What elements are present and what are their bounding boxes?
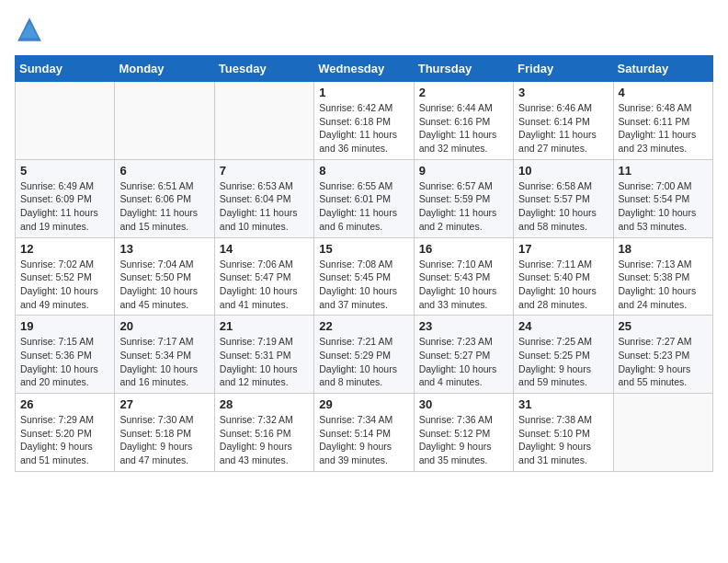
calendar-cell: 10Sunrise: 6:58 AMSunset: 5:57 PMDayligh… [514, 159, 613, 237]
day-info: Sunrise: 6:42 AMSunset: 6:18 PMDaylight:… [319, 101, 408, 155]
day-number: 23 [419, 319, 508, 333]
calendar-cell: 2Sunrise: 6:44 AMSunset: 6:16 PMDaylight… [414, 82, 513, 160]
day-info: Sunrise: 7:21 AMSunset: 5:29 PMDaylight:… [319, 335, 408, 389]
day-number: 31 [518, 397, 608, 411]
weekday-header-thursday: Thursday [414, 56, 513, 82]
day-info: Sunrise: 7:00 AMSunset: 5:54 PMDaylight:… [619, 179, 708, 234]
day-number: 12 [20, 242, 109, 256]
calendar-cell: 26Sunrise: 7:29 AMSunset: 5:20 PMDayligh… [16, 394, 115, 472]
day-info: Sunrise: 7:11 AMSunset: 5:40 PMDaylight:… [518, 258, 608, 312]
calendar-cell: 27Sunrise: 7:30 AMSunset: 5:18 PMDayligh… [115, 394, 214, 472]
day-number: 10 [518, 164, 608, 178]
calendar-cell: 16Sunrise: 7:10 AMSunset: 5:43 PMDayligh… [414, 237, 513, 316]
day-number: 8 [319, 164, 408, 178]
calendar-cell [115, 82, 214, 160]
day-number: 28 [220, 397, 309, 411]
day-info: Sunrise: 6:55 AMSunset: 6:01 PMDaylight:… [319, 179, 408, 234]
day-number: 19 [20, 319, 109, 333]
calendar-cell [613, 394, 712, 472]
calendar-cell: 28Sunrise: 7:32 AMSunset: 5:16 PMDayligh… [214, 394, 313, 472]
weekday-header-saturday: Saturday [613, 56, 712, 82]
day-number: 26 [20, 397, 109, 411]
calendar-cell: 30Sunrise: 7:36 AMSunset: 5:12 PMDayligh… [414, 394, 513, 472]
calendar-cell: 23Sunrise: 7:23 AMSunset: 5:27 PMDayligh… [414, 316, 513, 394]
day-number: 13 [119, 242, 209, 256]
calendar-cell: 15Sunrise: 7:08 AMSunset: 5:45 PMDayligh… [314, 237, 414, 316]
day-number: 14 [220, 242, 309, 256]
calendar-cell: 20Sunrise: 7:17 AMSunset: 5:34 PMDayligh… [115, 316, 214, 394]
calendar-cell: 9Sunrise: 6:57 AMSunset: 5:59 PMDaylight… [414, 159, 513, 237]
calendar-cell: 13Sunrise: 7:04 AMSunset: 5:50 PMDayligh… [115, 237, 214, 316]
weekday-header-tuesday: Tuesday [214, 56, 313, 82]
page-header [15, 15, 713, 44]
calendar-cell: 29Sunrise: 7:34 AMSunset: 5:14 PMDayligh… [314, 394, 414, 472]
day-info: Sunrise: 6:46 AMSunset: 6:14 PMDaylight:… [518, 101, 608, 155]
day-number: 6 [119, 164, 209, 178]
day-number: 22 [319, 319, 408, 333]
weekday-header-wednesday: Wednesday [314, 56, 414, 82]
calendar-week-row: 1Sunrise: 6:42 AMSunset: 6:18 PMDaylight… [16, 82, 713, 160]
day-info: Sunrise: 7:23 AMSunset: 5:27 PMDaylight:… [419, 335, 508, 389]
day-info: Sunrise: 7:06 AMSunset: 5:47 PMDaylight:… [220, 258, 309, 312]
calendar-cell: 31Sunrise: 7:38 AMSunset: 5:10 PMDayligh… [514, 394, 613, 472]
calendar-cell: 7Sunrise: 6:53 AMSunset: 6:04 PMDaylight… [214, 159, 313, 237]
day-info: Sunrise: 6:53 AMSunset: 6:04 PMDaylight:… [220, 179, 309, 234]
weekday-header-friday: Friday [514, 56, 613, 82]
day-number: 24 [518, 319, 608, 333]
calendar-cell: 3Sunrise: 6:46 AMSunset: 6:14 PMDaylight… [514, 82, 613, 160]
calendar-week-row: 19Sunrise: 7:15 AMSunset: 5:36 PMDayligh… [16, 316, 713, 394]
day-info: Sunrise: 7:15 AMSunset: 5:36 PMDaylight:… [20, 335, 109, 389]
day-number: 15 [319, 242, 408, 256]
day-number: 25 [619, 319, 708, 333]
day-number: 27 [119, 397, 209, 411]
logo [15, 15, 48, 44]
calendar-week-row: 12Sunrise: 7:02 AMSunset: 5:52 PMDayligh… [16, 237, 713, 316]
day-info: Sunrise: 6:44 AMSunset: 6:16 PMDaylight:… [419, 101, 508, 155]
day-info: Sunrise: 7:30 AMSunset: 5:18 PMDaylight:… [119, 413, 209, 467]
calendar-cell: 18Sunrise: 7:13 AMSunset: 5:38 PMDayligh… [613, 237, 712, 316]
calendar-table: SundayMondayTuesdayWednesdayThursdayFrid… [15, 55, 713, 472]
day-number: 16 [419, 242, 508, 256]
day-number: 5 [20, 164, 109, 178]
day-number: 21 [220, 319, 309, 333]
day-info: Sunrise: 7:02 AMSunset: 5:52 PMDaylight:… [20, 258, 109, 312]
day-number: 2 [419, 86, 508, 99]
day-number: 1 [319, 86, 408, 99]
day-info: Sunrise: 7:19 AMSunset: 5:31 PMDaylight:… [220, 335, 309, 389]
calendar-cell: 12Sunrise: 7:02 AMSunset: 5:52 PMDayligh… [16, 237, 115, 316]
calendar-cell: 5Sunrise: 6:49 AMSunset: 6:09 PMDaylight… [16, 159, 115, 237]
calendar-cell: 6Sunrise: 6:51 AMSunset: 6:06 PMDaylight… [115, 159, 214, 237]
day-info: Sunrise: 7:08 AMSunset: 5:45 PMDaylight:… [319, 258, 408, 312]
day-number: 20 [119, 319, 209, 333]
day-number: 30 [419, 397, 508, 411]
day-info: Sunrise: 6:51 AMSunset: 6:06 PMDaylight:… [119, 179, 209, 234]
weekday-header-monday: Monday [115, 56, 214, 82]
day-number: 29 [319, 397, 408, 411]
calendar-cell: 22Sunrise: 7:21 AMSunset: 5:29 PMDayligh… [314, 316, 414, 394]
day-info: Sunrise: 6:57 AMSunset: 5:59 PMDaylight:… [419, 179, 508, 234]
calendar-cell [214, 82, 313, 160]
calendar-cell: 14Sunrise: 7:06 AMSunset: 5:47 PMDayligh… [214, 237, 313, 316]
calendar-cell: 24Sunrise: 7:25 AMSunset: 5:25 PMDayligh… [514, 316, 613, 394]
day-info: Sunrise: 6:48 AMSunset: 6:11 PMDaylight:… [619, 101, 708, 155]
calendar-cell: 11Sunrise: 7:00 AMSunset: 5:54 PMDayligh… [613, 159, 712, 237]
day-info: Sunrise: 6:58 AMSunset: 5:57 PMDaylight:… [518, 179, 608, 234]
day-number: 11 [619, 164, 708, 178]
day-info: Sunrise: 7:13 AMSunset: 5:38 PMDaylight:… [619, 258, 708, 312]
weekday-header-sunday: Sunday [16, 56, 115, 82]
weekday-header-row: SundayMondayTuesdayWednesdayThursdayFrid… [16, 56, 713, 82]
day-info: Sunrise: 7:27 AMSunset: 5:23 PMDaylight:… [619, 335, 708, 389]
day-number: 3 [518, 86, 608, 99]
day-info: Sunrise: 7:25 AMSunset: 5:25 PMDaylight:… [518, 335, 608, 389]
calendar-cell: 21Sunrise: 7:19 AMSunset: 5:31 PMDayligh… [214, 316, 313, 394]
calendar-cell: 17Sunrise: 7:11 AMSunset: 5:40 PMDayligh… [514, 237, 613, 316]
calendar-cell: 25Sunrise: 7:27 AMSunset: 5:23 PMDayligh… [613, 316, 712, 394]
calendar-cell [16, 82, 115, 160]
day-info: Sunrise: 7:34 AMSunset: 5:14 PMDaylight:… [319, 413, 408, 467]
day-info: Sunrise: 7:04 AMSunset: 5:50 PMDaylight:… [119, 258, 209, 312]
day-info: Sunrise: 7:38 AMSunset: 5:10 PMDaylight:… [518, 413, 608, 467]
day-info: Sunrise: 7:29 AMSunset: 5:20 PMDaylight:… [20, 413, 109, 467]
calendar-cell: 19Sunrise: 7:15 AMSunset: 5:36 PMDayligh… [16, 316, 115, 394]
day-number: 7 [220, 164, 309, 178]
logo-icon [15, 15, 44, 44]
